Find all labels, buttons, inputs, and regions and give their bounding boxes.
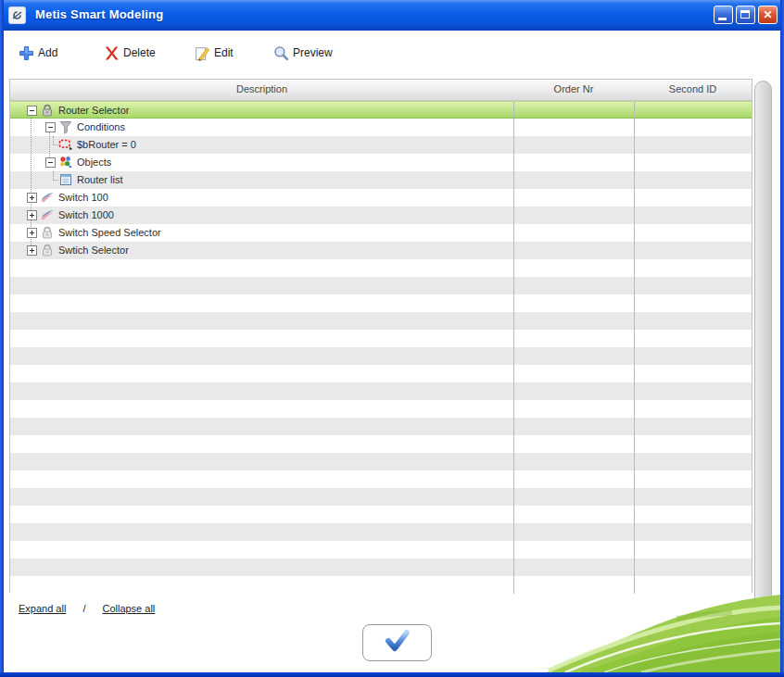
empty-row[interactable] [10,400,752,418]
tree-row[interactable]: $bRouter = 0 [10,136,752,154]
expander-plus-box[interactable] [27,193,37,203]
maximize-button[interactable] [736,6,755,24]
title-bar[interactable]: Metis Smart Modeling ✕ [0,0,784,31]
column-divider [513,295,514,312]
vertical-scrollbar[interactable] [754,81,772,615]
grid-header: Description Order Nr Second ID [10,80,752,101]
toolbar-button-delete[interactable]: Delete [104,43,156,63]
column-header-order-nr[interactable]: Order Nr [513,80,634,100]
swoosh-graphic [537,591,780,672]
tree-row[interactable]: Switch 100 [10,189,752,207]
empty-row[interactable] [10,523,752,541]
links-separator: / [82,603,85,614]
tree-row[interactable]: Swtich Selector [10,242,752,259]
expander-plus-box[interactable] [27,228,37,238]
column-divider [513,506,514,523]
column-divider [513,470,514,488]
second-id-cell [650,119,747,136]
tree-item-label: Conditions [77,119,125,135]
toolbar-button-edit[interactable]: Edit [195,43,234,63]
order-nr-cell [529,189,631,207]
order-nr-cell [529,136,631,154]
toolbar-button-label: Delete [123,46,156,59]
tree-row[interactable]: Conditions [10,119,752,136]
footer-links: Expand all/Collapse all [19,603,155,614]
empty-row[interactable] [10,382,752,400]
lock-light-icon [40,243,55,257]
lock-light-icon [40,225,55,240]
column-divider [634,102,635,118]
empty-row[interactable] [10,295,752,312]
maximize-icon [740,10,750,19]
tree-item-label: Router Selector [58,102,129,119]
empty-row[interactable] [10,365,752,382]
column-divider [513,418,514,435]
delete-x-icon [104,45,120,61]
empty-row[interactable] [10,470,752,488]
empty-row[interactable] [10,435,752,453]
empty-row[interactable] [10,541,752,558]
minimize-button[interactable] [714,6,733,24]
column-divider [513,330,514,347]
column-divider [634,119,635,136]
second-id-cell [650,136,747,154]
tree-row[interactable]: Objects [10,154,752,171]
window-border-left [0,0,4,677]
toolbar-button-preview[interactable]: Preview [273,43,333,63]
expander-minus-box[interactable] [45,122,56,132]
tree-row[interactable]: Router list [10,171,752,189]
collapse-all-link[interactable]: Collapse all [102,603,155,614]
condition-rect-icon [58,137,73,152]
column-divider [513,207,514,224]
objects-icon [58,155,73,169]
expander-minus-box[interactable] [27,106,37,116]
tree-item-label: $bRouter = 0 [77,136,136,153]
column-divider [634,453,635,470]
empty-row[interactable] [10,259,752,277]
column-header-second-id[interactable]: Second ID [634,80,752,100]
column-divider [634,418,635,435]
expander-plus-box[interactable] [27,245,37,256]
column-divider [634,242,635,259]
close-button[interactable]: ✕ [758,6,778,24]
funnel-icon [58,119,73,134]
empty-row[interactable] [10,453,752,470]
expander-minus-box[interactable] [45,157,56,168]
column-header-description[interactable]: Description [10,80,513,100]
column-divider [513,558,514,576]
tree-row[interactable]: Switch Speed Selector [10,224,752,242]
empty-row[interactable] [10,488,752,506]
edit-pencil-icon [195,45,210,61]
column-divider [634,400,635,418]
expander-plus-box[interactable] [27,210,37,220]
second-id-cell [650,154,747,171]
column-divider [513,259,514,277]
order-nr-cell [529,207,631,224]
window-border-bottom [0,672,784,677]
column-divider [513,242,514,259]
order-nr-cell [529,102,631,119]
column-divider [634,365,635,382]
column-divider [634,171,635,189]
column-divider [634,347,635,365]
column-divider [634,558,635,576]
toolbar-button-label: Add [38,46,57,59]
toolbar-button-add[interactable]: Add [19,43,57,63]
empty-row[interactable] [10,277,752,295]
column-divider [634,382,635,400]
empty-row[interactable] [10,418,752,435]
empty-row[interactable] [10,506,752,523]
toolbar-button-label: Preview [293,46,333,59]
tree-row[interactable]: Switch 1000 [10,207,752,224]
empty-row[interactable] [10,330,752,347]
expand-all-link[interactable]: Expand all [19,603,66,614]
second-id-cell [650,171,747,189]
app-icon [8,6,26,24]
tree-row[interactable]: Router Selector [10,101,752,119]
empty-row[interactable] [10,347,752,365]
column-divider [513,382,514,400]
column-divider [513,136,514,154]
empty-row[interactable] [10,312,752,330]
confirm-button[interactable] [362,624,432,661]
empty-row[interactable] [10,558,752,576]
